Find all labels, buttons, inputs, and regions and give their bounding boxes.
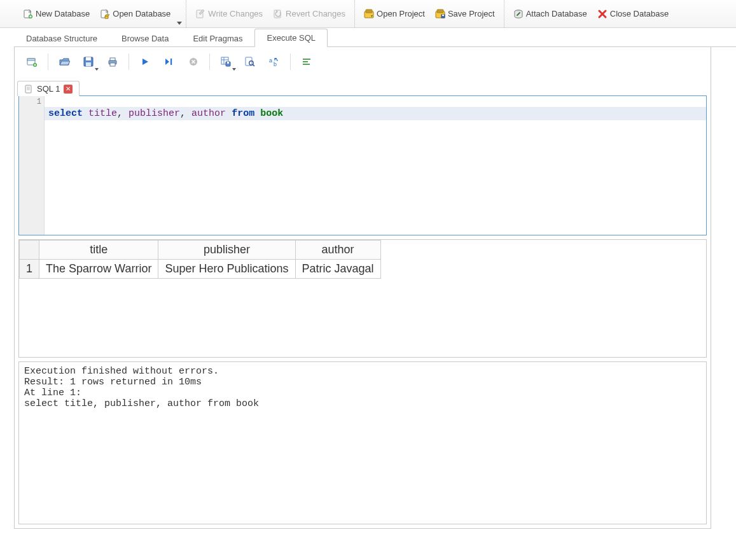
attach-database-button[interactable]: Attach Database <box>508 6 592 22</box>
editor-code[interactable]: select title, publisher, author from boo… <box>45 96 706 235</box>
open-sql-file-button[interactable] <box>53 52 75 71</box>
svg-rect-13 <box>442 15 444 16</box>
project-save-icon <box>435 9 445 19</box>
close-sql-tab-button[interactable]: ✕ <box>64 85 73 94</box>
execution-log[interactable]: Execution finished without errors. Resul… <box>18 361 707 524</box>
tab-execute-sql[interactable]: Execute SQL <box>254 29 328 47</box>
write-changes-icon <box>195 9 205 19</box>
table-cell[interactable]: Patric Javagal <box>295 260 380 279</box>
svg-rect-24 <box>86 62 91 66</box>
tab-edit-pragmas[interactable]: Edit Pragmas <box>181 29 254 47</box>
close-database-button[interactable]: Close Database <box>592 6 674 22</box>
execute-all-button[interactable] <box>134 52 156 71</box>
view-tabs: Database Structure Browse Data Edit Prag… <box>14 28 736 47</box>
svg-rect-18 <box>27 59 35 60</box>
database-new-icon <box>23 9 33 19</box>
results-table: title publisher author 1 The Sparrow War… <box>19 240 381 279</box>
tab-browse-data[interactable]: Browse Data <box>109 29 181 47</box>
svg-rect-11 <box>437 10 443 13</box>
svg-rect-26 <box>110 58 115 60</box>
results-header-row: title publisher author <box>20 241 381 260</box>
new-database-label: New Database <box>36 9 90 18</box>
project-open-icon <box>364 9 374 19</box>
svg-marker-28 <box>142 59 148 65</box>
svg-rect-38 <box>227 62 229 64</box>
find-replace-button[interactable]: ab <box>263 52 285 71</box>
revert-changes-icon <box>273 9 283 19</box>
save-project-label: Save Project <box>448 9 495 18</box>
save-results-button[interactable] <box>215 52 237 71</box>
sql-file-icon <box>24 85 33 94</box>
sql-file-tab[interactable]: SQL 1 ✕ <box>17 81 80 96</box>
table-cell[interactable]: The Sparrow Warrior <box>39 260 158 279</box>
close-database-icon <box>597 9 608 19</box>
open-database-dropdown-icon[interactable] <box>177 22 182 25</box>
svg-rect-8 <box>366 10 372 13</box>
line-number: 1 <box>22 97 41 106</box>
close-database-label: Close Database <box>610 9 669 18</box>
svg-marker-29 <box>165 59 169 65</box>
sql-toolbar: ab <box>15 47 711 76</box>
database-open-icon <box>100 9 110 19</box>
editor-gutter: 1 <box>19 96 45 235</box>
revert-changes-label: Revert Changes <box>286 9 345 18</box>
print-button[interactable] <box>102 52 123 71</box>
find-button[interactable] <box>239 52 261 71</box>
sql-file-tabs: SQL 1 ✕ <box>15 76 711 95</box>
column-header[interactable]: author <box>295 241 380 260</box>
save-project-button[interactable]: Save Project <box>430 6 500 22</box>
stop-button[interactable] <box>183 52 204 71</box>
attach-database-icon <box>513 9 524 19</box>
main-toolbar: New Database Open Database Write Changes… <box>0 0 736 28</box>
chevron-down-icon <box>232 68 236 71</box>
new-sql-tab-button[interactable] <box>21 52 43 71</box>
table-cell[interactable]: Super Hero Publications <box>158 260 295 279</box>
sql-file-tab-label: SQL 1 <box>37 84 60 94</box>
write-changes-label: Write Changes <box>208 9 263 18</box>
svg-rect-30 <box>170 59 172 65</box>
svg-text:b: b <box>274 61 277 67</box>
attach-database-label: Attach Database <box>526 9 587 18</box>
svg-rect-27 <box>110 63 115 66</box>
sql-editor[interactable]: 1 select title, publisher, author from b… <box>18 95 707 235</box>
open-database-button[interactable]: Open Database <box>95 6 176 22</box>
column-header[interactable]: title <box>39 241 158 260</box>
column-header[interactable]: publisher <box>158 241 295 260</box>
format-sql-button[interactable] <box>296 52 317 71</box>
results-pane[interactable]: title publisher author 1 The Sparrow War… <box>18 239 707 358</box>
open-project-label: Open Project <box>377 9 425 18</box>
save-sql-file-button[interactable] <box>78 52 99 71</box>
svg-rect-23 <box>86 57 91 60</box>
execute-current-line-button[interactable] <box>158 52 180 71</box>
svg-rect-47 <box>25 85 31 93</box>
revert-changes-button[interactable]: Revert Changes <box>268 6 351 22</box>
chevron-down-icon <box>95 68 99 71</box>
new-database-button[interactable]: New Database <box>18 6 95 22</box>
svg-text:a: a <box>269 57 272 64</box>
row-number-cell: 1 <box>20 260 39 279</box>
row-number-header <box>20 241 39 260</box>
write-changes-button[interactable]: Write Changes <box>190 6 268 22</box>
svg-line-41 <box>253 64 254 66</box>
open-project-button[interactable]: Open Project <box>359 6 430 22</box>
table-row[interactable]: 1 The Sparrow Warrior Super Hero Publica… <box>20 260 381 279</box>
open-database-label: Open Database <box>113 9 170 18</box>
tab-database-structure[interactable]: Database Structure <box>14 29 109 47</box>
